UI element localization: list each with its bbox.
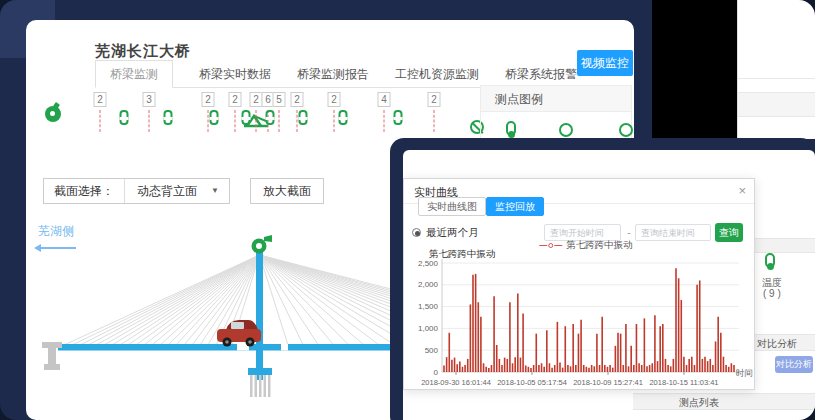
sensor-count-badge: 2 bbox=[229, 92, 242, 107]
modal-page: 温度 ( 9 ) 对比分析 对比分析 测点列表 实时曲线 × 实时曲线图 监控回… bbox=[403, 150, 815, 420]
black-panel bbox=[652, 0, 737, 139]
point-list-header-bar bbox=[633, 393, 815, 410]
svg-text:2,000: 2,000 bbox=[418, 280, 439, 289]
tower-sensor-icon[interactable] bbox=[252, 235, 273, 254]
modal-window: 温度 ( 9 ) 对比分析 对比分析 测点列表 实时曲线 × 实时曲线图 监控回… bbox=[390, 138, 815, 420]
section-toolbar: 截面选择： 动态背立面 ▼ 放大截面 bbox=[43, 178, 324, 204]
temperature-count: ( 9 ) bbox=[763, 288, 781, 299]
svg-text:时间: 时间 bbox=[736, 368, 753, 378]
main-tab-3[interactable]: 工控机资源监测 bbox=[395, 61, 479, 87]
right-page-fragment bbox=[737, 0, 815, 139]
svg-text:2018-10-09 15:27:41: 2018-10-09 15:27:41 bbox=[573, 378, 643, 387]
sensor-dashed-line bbox=[149, 110, 150, 132]
sensor-count-badge: 2 bbox=[428, 92, 441, 107]
compare-analysis-button[interactable]: 对比分析 bbox=[775, 356, 813, 373]
bridge-tower bbox=[256, 252, 263, 380]
tab-realtime-curve[interactable]: 实时曲线图 bbox=[418, 197, 486, 216]
chain-sensor-icon[interactable] bbox=[210, 110, 219, 125]
stage: 芜湖长江大桥 视频监控 桥梁监测桥梁实时数据桥梁监测报告工控机资源监测桥梁系统报… bbox=[0, 0, 815, 420]
main-tab-bar: 桥梁监测桥梁实时数据桥梁监测报告工控机资源监测桥梁系统报警 bbox=[95, 60, 614, 88]
svg-text:0: 0 bbox=[434, 368, 439, 377]
svg-text:2018-10-05 05:17:54: 2018-10-05 05:17:54 bbox=[497, 378, 567, 387]
chevron-down-icon: ▼ bbox=[211, 179, 219, 203]
sensor-count-badge: 3 bbox=[143, 92, 156, 107]
sensor-dashed-line bbox=[434, 110, 435, 132]
close-icon[interactable]: × bbox=[738, 183, 746, 198]
recent-two-months-radio[interactable] bbox=[412, 228, 421, 237]
bridge-piles bbox=[250, 375, 271, 397]
sensor-dashed-line bbox=[100, 110, 101, 132]
sensor-count-badge: 2 bbox=[202, 92, 215, 107]
section-select-group: 截面选择： 动态背立面 ▼ bbox=[43, 178, 230, 204]
realtime-curve-dialog: 实时曲线 × 实时曲线图 监控回放 最近两个月 - 查询 第七跨跨中振动 第七跨… bbox=[403, 178, 755, 390]
car bbox=[217, 320, 261, 347]
sensor-count-badge: 2 bbox=[328, 92, 341, 107]
sensor-dashed-line bbox=[256, 110, 257, 132]
sensor-count-badge: 4 bbox=[378, 92, 391, 107]
sensor-dashed-line bbox=[279, 110, 280, 132]
chain-sensor-icon[interactable] bbox=[164, 110, 173, 125]
chart-canvas: 05001,0001,5002,0002,5002018-09-30 16:01… bbox=[404, 245, 756, 391]
point-list-header: 测点列表 bbox=[679, 396, 719, 410]
svg-text:1,500: 1,500 bbox=[418, 302, 439, 311]
svg-text:2018-10-15 11:03:41: 2018-10-15 11:03:41 bbox=[649, 378, 718, 387]
sensor-count-badge: 5 bbox=[273, 92, 286, 107]
chain-sensor-icon[interactable] bbox=[339, 110, 348, 125]
chain-sensor-icon[interactable] bbox=[299, 110, 308, 125]
main-tab-4[interactable]: 桥梁系统报警 bbox=[505, 61, 577, 87]
compare-analysis-header: 对比分析 bbox=[757, 337, 797, 351]
main-tab-0[interactable]: 桥梁监测 bbox=[95, 60, 173, 88]
chain-sensor-icon[interactable] bbox=[120, 110, 129, 125]
section-select-dropdown[interactable]: 动态背立面 ▼ bbox=[124, 179, 229, 203]
left-pier bbox=[42, 342, 62, 370]
sensor-count-badge: 2 bbox=[291, 92, 304, 107]
section-select-value: 动态背立面 bbox=[137, 179, 197, 203]
query-end-time-input[interactable] bbox=[635, 224, 711, 241]
page-title: 芜湖长江大桥 bbox=[95, 42, 191, 61]
sensor-dashed-line bbox=[208, 110, 209, 132]
tab-monitor-playback[interactable]: 监控回放 bbox=[486, 197, 544, 216]
chain-sensor-icon[interactable] bbox=[266, 110, 275, 125]
thermometer-legend-icon bbox=[506, 121, 516, 136]
thermometer-icon bbox=[765, 253, 775, 268]
svg-text:2018-09-30 16:01:44: 2018-09-30 16:01:44 bbox=[421, 378, 491, 387]
sensor-count-badge: 2 bbox=[94, 92, 107, 107]
sensor-dashed-line bbox=[297, 110, 298, 132]
recent-two-months-label: 最近两个月 bbox=[426, 226, 479, 240]
svg-text:1,000: 1,000 bbox=[418, 324, 439, 333]
circle-legend-icon bbox=[559, 123, 573, 137]
section-select-label: 截面选择： bbox=[44, 179, 124, 203]
sensor-dashed-line bbox=[334, 110, 335, 132]
legend-panel-title: 测点图例 bbox=[481, 86, 631, 112]
chain-sensor-icon[interactable] bbox=[242, 110, 251, 125]
circle-legend-icon bbox=[619, 123, 633, 137]
right-panel-header-bar bbox=[755, 238, 815, 253]
sensor-dashed-line bbox=[235, 110, 236, 132]
query-button[interactable]: 查询 bbox=[715, 223, 743, 242]
chart-title: 第七跨跨中振动 bbox=[429, 248, 496, 261]
sensor-dashed-line bbox=[384, 110, 385, 132]
svg-text:500: 500 bbox=[425, 346, 439, 355]
stopwatch-sensor-icon[interactable] bbox=[45, 106, 61, 122]
main-tab-1[interactable]: 桥梁实时数据 bbox=[199, 61, 271, 87]
main-tab-2[interactable]: 桥梁监测报告 bbox=[297, 61, 369, 87]
enlarge-section-button[interactable]: 放大截面 bbox=[250, 178, 324, 204]
chain-sensor-icon[interactable] bbox=[394, 110, 403, 125]
